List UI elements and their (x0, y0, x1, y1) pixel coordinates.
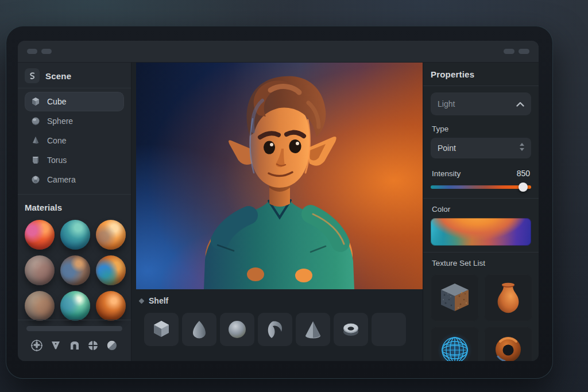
scene-item-torus[interactable]: Torus (25, 150, 124, 170)
material-swatch-orange[interactable] (96, 220, 126, 250)
texture-tile-wireframe-sphere[interactable] (431, 327, 479, 361)
divider (423, 198, 539, 199)
app-window: Scene Cube (18, 41, 539, 361)
divider (18, 194, 131, 195)
window-pill-button[interactable] (504, 49, 514, 54)
wire-sphere-icon[interactable] (86, 338, 100, 353)
materials-title: Materials (25, 203, 124, 212)
shelf-item-egg[interactable] (182, 313, 216, 346)
target-icon[interactable] (29, 338, 44, 353)
arch-icon[interactable] (67, 338, 82, 353)
scene-item-label: Cone (47, 136, 66, 145)
type-label: Type (432, 125, 530, 133)
title-bar (18, 41, 539, 63)
material-swatch-red-magenta[interactable] (25, 220, 55, 250)
scrollbar-handle[interactable] (26, 326, 122, 331)
light-group-dropdown[interactable]: Light (431, 92, 531, 115)
camera-icon (30, 174, 41, 185)
scene-item-cube[interactable]: Cube (25, 92, 124, 111)
scene-header: Scene (25, 67, 124, 84)
scene-item-label: Cube (47, 97, 66, 106)
properties-panel: Properties Light Type Point (423, 63, 539, 361)
shelf-item-cube[interactable] (144, 313, 179, 346)
intensity-label: Intensity (432, 169, 461, 178)
viewport-3d[interactable] (136, 63, 423, 289)
shelf-item-crescent[interactable] (258, 313, 292, 346)
cursor-triangle-icon[interactable] (48, 338, 63, 353)
scene-list: Cube Sphere Cone (25, 88, 124, 189)
app-body: Scene Cube (18, 63, 539, 361)
divider (18, 320, 131, 320)
color-swatch[interactable] (431, 218, 531, 246)
sphere-icon (30, 116, 41, 126)
app-logo-icon (25, 68, 40, 83)
divider (423, 86, 539, 86)
slider-handle[interactable] (519, 183, 528, 192)
torus-icon (30, 155, 41, 165)
texture-tile-copper-torus[interactable] (484, 327, 532, 361)
intensity-row: Intensity 850 (432, 169, 530, 178)
sidebar-footer (18, 320, 131, 361)
viewport-area: Shelf (131, 63, 423, 361)
window-pill-button[interactable] (41, 49, 52, 54)
window-pill-button[interactable] (27, 49, 37, 54)
shelf-title: Shelf (149, 296, 168, 305)
stepper-arrows-icon[interactable] (519, 142, 525, 154)
texture-tile-clay-vase[interactable] (484, 274, 532, 321)
scene-title: Scene (45, 71, 71, 81)
shaded-sphere-icon[interactable] (105, 338, 119, 353)
shelf-item-empty[interactable] (372, 313, 406, 346)
shelf-row (144, 313, 406, 346)
material-swatch-copper[interactable] (96, 291, 126, 321)
material-swatch-teal[interactable] (60, 220, 90, 250)
scene-item-cone[interactable]: Cone (25, 131, 124, 150)
material-swatch-stone-mauve[interactable] (25, 255, 55, 285)
shelf-diamond-icon (139, 298, 145, 304)
texture-set-title: Texture Set List (432, 259, 530, 267)
scene-item-label: Torus (47, 156, 67, 165)
cone-icon (30, 135, 41, 146)
texture-set-grid (431, 274, 531, 361)
material-swatch-stone-blue[interactable] (60, 255, 90, 285)
scene-item-camera[interactable]: Camera (25, 170, 124, 189)
chevron-up-icon (516, 99, 524, 109)
shelf-item-cone[interactable] (296, 313, 330, 346)
scene-item-label: Sphere (47, 117, 73, 126)
properties-title: Properties (431, 69, 531, 79)
desktop-background: Scene Cube (0, 0, 588, 392)
color-label: Color (432, 205, 530, 214)
shelf-item-sphere[interactable] (220, 313, 254, 346)
scene-item-sphere[interactable]: Sphere (25, 111, 124, 131)
shelf-header: Shelf (140, 296, 168, 305)
light-group-label: Light (438, 99, 455, 108)
character-render (136, 63, 423, 289)
scene-sidebar: Scene Cube (18, 63, 131, 361)
device-frame: Scene Cube (6, 26, 553, 379)
type-value: Point (438, 143, 456, 153)
shelf-item-torus[interactable] (334, 313, 368, 346)
material-swatch-teal-shiny[interactable] (60, 291, 90, 321)
intensity-value: 850 (517, 169, 530, 178)
scene-item-label: Camera (47, 175, 76, 184)
divider (423, 252, 539, 253)
type-select[interactable]: Point (431, 138, 531, 158)
material-swatch-stone-warm[interactable] (25, 291, 55, 321)
materials-grid (25, 220, 124, 321)
slider-track[interactable] (431, 185, 531, 189)
sidebar-toolbar (25, 338, 124, 358)
window-pill-button[interactable] (519, 49, 529, 54)
material-swatch-blue-copper[interactable] (96, 255, 126, 285)
texture-tile-granite-cube[interactable] (431, 274, 479, 321)
intensity-slider[interactable] (431, 183, 531, 192)
cube-icon (30, 96, 41, 107)
